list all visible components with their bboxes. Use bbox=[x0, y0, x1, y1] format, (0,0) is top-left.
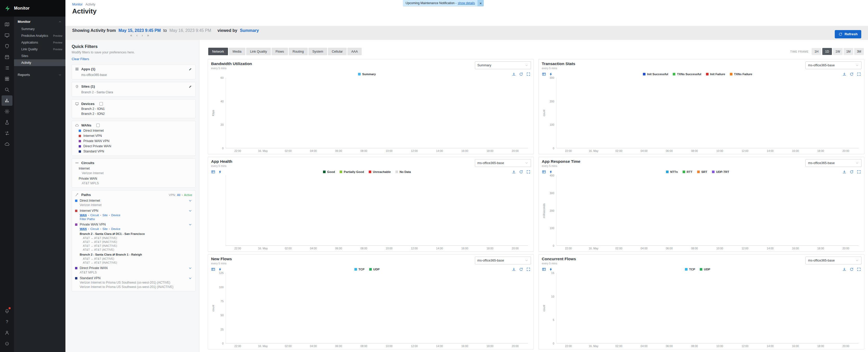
path-sub-item[interactable]: Verizon Internet bbox=[75, 203, 192, 207]
chart-scope-dropdown[interactable]: ms-office365-base bbox=[805, 62, 862, 69]
wan-item[interactable]: Private WAN VPN bbox=[75, 138, 192, 143]
expand-icon[interactable] bbox=[857, 267, 861, 271]
sidebar-item-link-quality[interactable]: Link QualityPreview bbox=[14, 46, 65, 52]
path-link-device[interactable]: Device bbox=[111, 214, 120, 217]
first-page-button[interactable]: « bbox=[130, 34, 132, 37]
timeframe-1d[interactable]: 1D bbox=[822, 48, 832, 55]
path-sub-item[interactable]: Verizon Internet to Prisma US Southwest … bbox=[75, 280, 192, 284]
path-group-standard-vpn[interactable]: Standard VPN bbox=[75, 276, 192, 280]
edit-apps-button[interactable] bbox=[188, 67, 192, 71]
table-view-icon[interactable] bbox=[211, 170, 215, 174]
path-group-direct-private-wan[interactable]: Direct Private WAN bbox=[75, 266, 192, 270]
path-group-internet-vpn[interactable]: Internet VPN bbox=[75, 209, 192, 213]
previous-page-button[interactable]: ‹ bbox=[136, 34, 137, 37]
table-view-icon[interactable] bbox=[542, 267, 546, 271]
sidebar-item-sites[interactable]: Sites bbox=[14, 52, 65, 59]
chart-scope-dropdown[interactable]: ms-office365-base bbox=[475, 257, 531, 265]
vpn-active-link[interactable]: Active bbox=[184, 193, 192, 197]
legend-item-no-data[interactable]: No Data bbox=[396, 170, 411, 173]
clear-filters-link[interactable]: Clear Filters bbox=[72, 57, 195, 61]
refresh-icon[interactable] bbox=[849, 267, 854, 271]
sidebar-item-summary[interactable]: Summary bbox=[14, 26, 65, 32]
tab-media[interactable]: Media bbox=[229, 48, 245, 55]
chart-scope-dropdown[interactable]: ms-office365-base bbox=[805, 159, 862, 167]
path-pair-title[interactable]: Branch 2 - Santa Clara ⇄ DC1 - San Franc… bbox=[75, 231, 192, 236]
last-page-button[interactable]: » bbox=[147, 34, 149, 37]
sidebar-item-applications[interactable]: ApplicationsPreview bbox=[14, 39, 65, 46]
path-leg[interactable]: AT&T ↔ AT&T (ACTIVE) bbox=[75, 247, 192, 251]
path-link-device[interactable]: Device bbox=[111, 227, 120, 231]
expand-icon[interactable] bbox=[857, 170, 861, 174]
bolt-icon[interactable] bbox=[549, 72, 553, 76]
chart-scope-dropdown[interactable]: Summary bbox=[475, 62, 531, 69]
next-page-button[interactable]: › bbox=[142, 34, 143, 37]
tab-link-quality[interactable]: Link Quality bbox=[246, 48, 271, 55]
timeframe-1h[interactable]: 1H bbox=[812, 48, 821, 55]
legend-item-partially-good[interactable]: Partially Good bbox=[340, 170, 364, 173]
legend-item-summary[interactable]: Summary bbox=[358, 73, 376, 76]
filter-paths-link[interactable]: Filter Paths bbox=[75, 217, 192, 220]
path-leg[interactable]: AT&T ↔ AT&T (INACTIVE) bbox=[75, 260, 192, 264]
tab-network[interactable]: Network bbox=[208, 48, 228, 55]
bolt-icon[interactable] bbox=[218, 267, 222, 271]
download-icon[interactable] bbox=[512, 72, 516, 76]
table-view-icon[interactable] bbox=[542, 72, 546, 76]
chevron-down-icon[interactable] bbox=[188, 209, 192, 213]
viewed-by-summary-link[interactable]: Summary bbox=[240, 28, 259, 33]
refresh-icon[interactable] bbox=[849, 170, 854, 174]
device-item[interactable]: Branch 2 - ION2 bbox=[75, 111, 192, 116]
expand-icon[interactable] bbox=[526, 170, 530, 174]
legend-item-init-failure[interactable]: Init Failure bbox=[706, 73, 725, 76]
rail-list-button[interactable] bbox=[2, 63, 12, 73]
download-icon[interactable] bbox=[512, 170, 516, 174]
chevron-down-icon[interactable] bbox=[188, 276, 192, 280]
legend-item-good[interactable]: Good bbox=[323, 170, 335, 173]
legend-item-tcp[interactable]: TCP bbox=[685, 268, 695, 271]
edit-sites-button[interactable] bbox=[188, 85, 192, 89]
legend-item-rtt[interactable]: RTT bbox=[683, 170, 692, 173]
download-icon[interactable] bbox=[512, 267, 516, 271]
rail-cloud-button[interactable] bbox=[2, 139, 12, 149]
rail-inventory-button[interactable] bbox=[2, 52, 12, 62]
rail-map-button[interactable] bbox=[2, 19, 12, 30]
legend-item-udp[interactable]: UDP bbox=[700, 268, 710, 271]
rail-activity-button[interactable] bbox=[2, 95, 12, 106]
sidebar-section-reports[interactable]: Reports bbox=[14, 70, 65, 79]
circuit-group[interactable]: Private WAN bbox=[75, 175, 192, 180]
banner-show-details-link[interactable]: show details bbox=[458, 1, 475, 5]
legend-item-tcp[interactable]: TCP bbox=[354, 268, 365, 271]
refresh-icon[interactable] bbox=[519, 170, 523, 174]
path-leg[interactable]: AT&T ↔ AT&T (INACTIVE) bbox=[75, 236, 192, 240]
path-pair-title[interactable]: Branch 2 - Santa Clara ⇄ Branch 1 - Rale… bbox=[75, 251, 192, 256]
legend-item-srt[interactable]: SRT bbox=[697, 170, 707, 173]
download-icon[interactable] bbox=[842, 267, 846, 271]
breadcrumb-monitor-link[interactable]: Monitor bbox=[72, 3, 83, 6]
refresh-icon[interactable] bbox=[849, 72, 854, 76]
circuit-item[interactable]: AT&T MPLS bbox=[75, 180, 192, 185]
rail-search-button[interactable] bbox=[2, 84, 12, 95]
path-sub-item[interactable]: AT&T MPLS bbox=[75, 270, 192, 274]
path-group-direct-internet[interactable]: Direct Internet bbox=[75, 199, 192, 203]
timeframe-1w[interactable]: 1W bbox=[833, 48, 842, 55]
rail-user-button[interactable] bbox=[2, 328, 12, 338]
chevron-down-icon[interactable] bbox=[188, 223, 192, 226]
tab-system[interactable]: System bbox=[308, 48, 327, 55]
chart-scope-dropdown[interactable]: ms-office365-base bbox=[475, 159, 531, 167]
download-icon[interactable] bbox=[842, 170, 846, 174]
rail-flask-button[interactable] bbox=[2, 117, 12, 128]
path-link-site[interactable]: Site bbox=[102, 227, 108, 231]
wans-checkbox[interactable] bbox=[96, 124, 100, 127]
expand-icon[interactable] bbox=[857, 72, 861, 76]
rail-gear-button[interactable] bbox=[2, 106, 12, 117]
rail-power-button[interactable] bbox=[2, 339, 12, 349]
chart-scope-dropdown[interactable]: ms-office365-base bbox=[805, 257, 862, 265]
tab-aaa[interactable]: AAA bbox=[347, 48, 362, 55]
path-link-circuit[interactable]: Circuit bbox=[90, 214, 99, 217]
path-link-site[interactable]: Site bbox=[102, 214, 108, 217]
refresh-icon[interactable] bbox=[519, 267, 523, 271]
from-date-link[interactable]: May 15, 2023 9:45 PM bbox=[118, 28, 161, 33]
devices-checkbox[interactable] bbox=[99, 102, 103, 105]
timeframe-3m[interactable]: 3M bbox=[854, 48, 864, 55]
path-link-wan[interactable]: WAN bbox=[80, 227, 87, 231]
rail-flows-button[interactable] bbox=[2, 128, 12, 138]
